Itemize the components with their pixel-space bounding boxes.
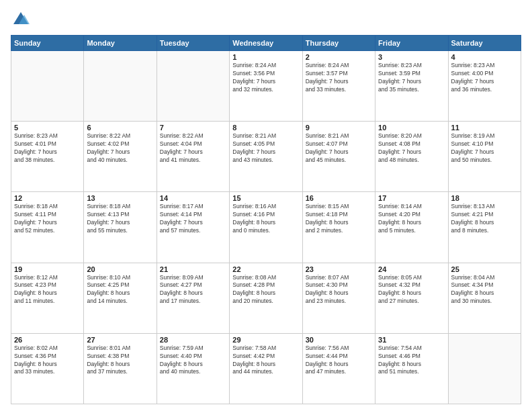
day-number: 1 [232, 53, 299, 61]
calendar-cell [448, 333, 521, 404]
calendar-cell: 24Sunrise: 8:05 AM Sunset: 4:32 PM Dayli… [375, 263, 448, 333]
day-info: Sunrise: 7:59 AM Sunset: 4:40 PM Dayligh… [160, 345, 226, 377]
day-info: Sunrise: 8:18 AM Sunset: 4:13 PM Dayligh… [87, 203, 153, 235]
day-number: 18 [451, 194, 518, 202]
calendar-header-tuesday: Tuesday [157, 36, 229, 51]
day-info: Sunrise: 8:22 AM Sunset: 4:02 PM Dayligh… [87, 132, 153, 165]
day-info: Sunrise: 8:04 AM Sunset: 4:34 PM Dayligh… [451, 274, 518, 306]
calendar-cell [11, 51, 84, 122]
day-number: 17 [378, 194, 445, 202]
calendar-cell: 20Sunrise: 8:10 AM Sunset: 4:25 PM Dayli… [84, 263, 157, 333]
calendar-cell: 29Sunrise: 7:58 AM Sunset: 4:42 PM Dayli… [230, 333, 302, 404]
day-number: 7 [160, 124, 226, 132]
day-number: 25 [451, 265, 518, 273]
calendar-cell [157, 51, 229, 122]
day-number: 14 [160, 194, 226, 202]
day-number: 16 [306, 194, 372, 202]
calendar-cell: 19Sunrise: 8:12 AM Sunset: 4:23 PM Dayli… [11, 263, 84, 333]
day-info: Sunrise: 8:21 AM Sunset: 4:05 PM Dayligh… [232, 132, 299, 165]
calendar-header-sunday: Sunday [11, 36, 84, 51]
calendar-cell: 2Sunrise: 8:24 AM Sunset: 3:57 PM Daylig… [302, 51, 375, 122]
day-info: Sunrise: 8:08 AM Sunset: 4:28 PM Dayligh… [232, 274, 299, 306]
calendar-cell: 28Sunrise: 7:59 AM Sunset: 4:40 PM Dayli… [157, 333, 229, 404]
day-info: Sunrise: 8:02 AM Sunset: 4:36 PM Dayligh… [14, 345, 81, 377]
calendar-header-friday: Friday [375, 36, 448, 51]
day-number: 31 [378, 336, 445, 344]
day-number: 11 [451, 124, 518, 132]
day-number: 24 [378, 265, 445, 273]
calendar-header-monday: Monday [84, 36, 157, 51]
calendar-header-row: SundayMondayTuesdayWednesdayThursdayFrid… [11, 36, 521, 51]
day-info: Sunrise: 8:01 AM Sunset: 4:38 PM Dayligh… [87, 345, 153, 377]
calendar-cell: 31Sunrise: 7:54 AM Sunset: 4:46 PM Dayli… [375, 333, 448, 404]
calendar-cell: 10Sunrise: 8:20 AM Sunset: 4:08 PM Dayli… [375, 122, 448, 192]
day-number: 21 [160, 265, 226, 273]
day-info: Sunrise: 8:19 AM Sunset: 4:10 PM Dayligh… [451, 132, 518, 165]
day-number: 13 [87, 194, 153, 202]
calendar-header-wednesday: Wednesday [230, 36, 302, 51]
day-info: Sunrise: 8:07 AM Sunset: 4:30 PM Dayligh… [306, 274, 372, 306]
calendar-cell: 18Sunrise: 8:13 AM Sunset: 4:21 PM Dayli… [448, 192, 521, 263]
day-number: 28 [160, 336, 226, 344]
calendar-cell: 25Sunrise: 8:04 AM Sunset: 4:34 PM Dayli… [448, 263, 521, 333]
calendar-cell: 4Sunrise: 8:23 AM Sunset: 4:00 PM Daylig… [448, 51, 521, 122]
day-info: Sunrise: 7:58 AM Sunset: 4:42 PM Dayligh… [232, 345, 299, 377]
day-info: Sunrise: 7:56 AM Sunset: 4:44 PM Dayligh… [306, 345, 372, 377]
day-info: Sunrise: 8:09 AM Sunset: 4:27 PM Dayligh… [160, 274, 226, 306]
day-number: 9 [306, 124, 372, 132]
day-info: Sunrise: 8:24 AM Sunset: 3:56 PM Dayligh… [232, 62, 299, 94]
day-number: 2 [306, 53, 372, 61]
logo [11, 9, 32, 30]
calendar-cell: 13Sunrise: 8:18 AM Sunset: 4:13 PM Dayli… [84, 192, 157, 263]
day-info: Sunrise: 8:17 AM Sunset: 4:14 PM Dayligh… [160, 203, 226, 235]
day-info: Sunrise: 8:13 AM Sunset: 4:21 PM Dayligh… [451, 203, 518, 235]
calendar-cell: 17Sunrise: 8:14 AM Sunset: 4:20 PM Dayli… [375, 192, 448, 263]
day-number: 15 [232, 194, 299, 202]
day-number: 3 [378, 53, 445, 61]
calendar-header-thursday: Thursday [302, 36, 375, 51]
day-info: Sunrise: 8:23 AM Sunset: 3:59 PM Dayligh… [378, 62, 445, 94]
calendar-cell: 16Sunrise: 8:15 AM Sunset: 4:18 PM Dayli… [302, 192, 375, 263]
header [11, 9, 521, 30]
calendar-week-row: 19Sunrise: 8:12 AM Sunset: 4:23 PM Dayli… [11, 263, 521, 333]
day-info: Sunrise: 8:24 AM Sunset: 3:57 PM Dayligh… [306, 62, 372, 94]
day-info: Sunrise: 8:05 AM Sunset: 4:32 PM Dayligh… [378, 274, 445, 306]
day-info: Sunrise: 8:14 AM Sunset: 4:20 PM Dayligh… [378, 203, 445, 235]
calendar-cell: 21Sunrise: 8:09 AM Sunset: 4:27 PM Dayli… [157, 263, 229, 333]
calendar-header-saturday: Saturday [448, 36, 521, 51]
calendar-cell: 1Sunrise: 8:24 AM Sunset: 3:56 PM Daylig… [230, 51, 302, 122]
day-info: Sunrise: 8:12 AM Sunset: 4:23 PM Dayligh… [14, 274, 81, 306]
calendar-cell: 11Sunrise: 8:19 AM Sunset: 4:10 PM Dayli… [448, 122, 521, 192]
day-number: 23 [306, 265, 372, 273]
calendar-cell: 6Sunrise: 8:22 AM Sunset: 4:02 PM Daylig… [84, 122, 157, 192]
day-info: Sunrise: 8:16 AM Sunset: 4:16 PM Dayligh… [232, 203, 299, 235]
calendar-cell: 30Sunrise: 7:56 AM Sunset: 4:44 PM Dayli… [302, 333, 375, 404]
calendar-cell: 22Sunrise: 8:08 AM Sunset: 4:28 PM Dayli… [230, 263, 302, 333]
logo-icon [11, 9, 31, 30]
calendar-week-row: 12Sunrise: 8:18 AM Sunset: 4:11 PM Dayli… [11, 192, 521, 263]
calendar-week-row: 26Sunrise: 8:02 AM Sunset: 4:36 PM Dayli… [11, 333, 521, 404]
day-number: 6 [87, 124, 153, 132]
day-number: 29 [232, 336, 299, 344]
day-info: Sunrise: 8:22 AM Sunset: 4:04 PM Dayligh… [160, 132, 226, 165]
page: SundayMondayTuesdayWednesdayThursdayFrid… [0, 0, 532, 411]
day-number: 12 [14, 194, 81, 202]
calendar-cell: 5Sunrise: 8:23 AM Sunset: 4:01 PM Daylig… [11, 122, 84, 192]
calendar-cell: 3Sunrise: 8:23 AM Sunset: 3:59 PM Daylig… [375, 51, 448, 122]
calendar-cell: 26Sunrise: 8:02 AM Sunset: 4:36 PM Dayli… [11, 333, 84, 404]
day-info: Sunrise: 8:18 AM Sunset: 4:11 PM Dayligh… [14, 203, 81, 235]
day-number: 22 [232, 265, 299, 273]
calendar-week-row: 1Sunrise: 8:24 AM Sunset: 3:56 PM Daylig… [11, 51, 521, 122]
day-info: Sunrise: 8:20 AM Sunset: 4:08 PM Dayligh… [378, 132, 445, 165]
calendar-cell: 8Sunrise: 8:21 AM Sunset: 4:05 PM Daylig… [230, 122, 302, 192]
calendar-cell: 9Sunrise: 8:21 AM Sunset: 4:07 PM Daylig… [302, 122, 375, 192]
day-number: 26 [14, 336, 81, 344]
day-info: Sunrise: 8:10 AM Sunset: 4:25 PM Dayligh… [87, 274, 153, 306]
day-number: 8 [232, 124, 299, 132]
calendar-table: SundayMondayTuesdayWednesdayThursdayFrid… [11, 35, 521, 404]
calendar-cell: 12Sunrise: 8:18 AM Sunset: 4:11 PM Dayli… [11, 192, 84, 263]
calendar-cell: 15Sunrise: 8:16 AM Sunset: 4:16 PM Dayli… [230, 192, 302, 263]
day-info: Sunrise: 7:54 AM Sunset: 4:46 PM Dayligh… [378, 345, 445, 377]
day-info: Sunrise: 8:23 AM Sunset: 4:01 PM Dayligh… [14, 132, 81, 165]
day-info: Sunrise: 8:23 AM Sunset: 4:00 PM Dayligh… [451, 62, 518, 94]
